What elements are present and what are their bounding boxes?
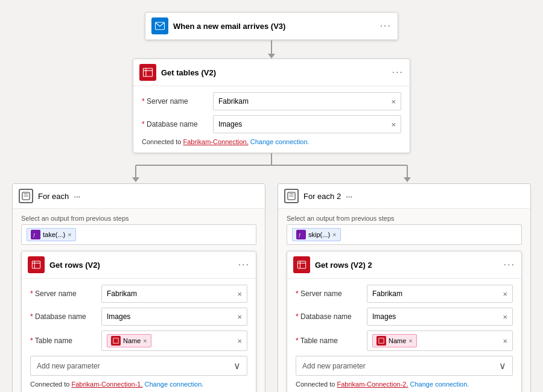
for-each-1-card: For each ··· Select an output from previ… (12, 183, 265, 392)
gr2-table-input[interactable]: Name × × (367, 330, 513, 351)
trigger-header: When a new email arrives (V3) ··· (145, 13, 398, 40)
svg-rect-24 (297, 261, 305, 268)
for-each-2-body: Select an output from previous steps ƒ s… (278, 209, 530, 392)
for-each-1-more-btn[interactable]: ··· (74, 192, 80, 201)
split-container: For each ··· Select an output from previ… (12, 183, 531, 392)
gr1-db-input[interactable]: Images × (101, 308, 247, 326)
split-connector (0, 153, 543, 183)
gr2-chevron-icon: ∨ (499, 360, 506, 371)
trigger-more-btn[interactable]: ··· (380, 21, 392, 31)
get-rows-2-body: Server name Fabrikam × Database name Ima… (287, 279, 521, 392)
get-rows-2-card: Get rows (V2) 2 ··· Server name Fabrikam… (287, 251, 522, 392)
server-name-row: Server name Fabrikam × (142, 92, 401, 110)
for-each-1-output-tag: ƒ take(...) × (27, 228, 76, 241)
trigger-card: When a new email arrives (V3) ··· (145, 12, 398, 40)
get-tables-body: Server name Fabrikam × Database name Ima… (133, 86, 410, 153)
connector-arrow-1 (268, 54, 275, 58)
gr1-table-tag-remove[interactable]: × (143, 337, 147, 344)
gr2-db-clear[interactable]: × (503, 312, 507, 321)
get-tables-title: Get tables (V2) (161, 68, 387, 77)
gr2-server-label: Server name (296, 289, 362, 298)
for-each-1-output-select[interactable]: ƒ take(...) × (21, 224, 256, 245)
gr1-table-tag: Name × (107, 334, 151, 347)
gr1-server-label: Server name (30, 289, 97, 298)
for-each-2-more-btn[interactable]: ··· (346, 192, 352, 201)
gr1-table-input[interactable]: Name × × (101, 330, 247, 351)
gr1-connection: Connected to Fabrikam-Connection-1. Chan… (30, 381, 247, 388)
get-tables-more-btn[interactable]: ··· (392, 67, 404, 78)
for-each-1-tag-icon: ƒ (31, 230, 40, 239)
svg-marker-9 (404, 177, 411, 182)
gr1-table-label: Table name (30, 337, 97, 345)
flow-canvas: When a new email arrives (V3) ··· Get ta… (12, 12, 531, 392)
gr1-table-clear[interactable]: × (237, 337, 242, 346)
for-each-2-output-select[interactable]: ƒ skip(...) × (287, 224, 522, 245)
for-each-1-body: Select an output from previous steps ƒ t… (13, 209, 265, 392)
for-each-2-icon (284, 189, 299, 203)
get-rows-1-header: Get rows (V2) ··· (22, 251, 256, 279)
svg-rect-27 (379, 338, 384, 343)
gr1-change-connection[interactable]: Change connection. (145, 381, 204, 388)
get-rows-1-more-btn[interactable]: ··· (238, 259, 250, 270)
for-each-2-output-tag: ƒ skip(...) × (292, 228, 341, 241)
get-rows-2-icon (293, 256, 310, 273)
gr1-chevron-icon: ∨ (233, 360, 241, 371)
for-each-2-title: For each 2 (303, 192, 341, 201)
get-rows-2-header: Get rows (V2) 2 ··· (287, 251, 521, 279)
get-rows-1-body: Server name Fabrikam × Database name Ima… (22, 279, 256, 392)
gr2-connection: Connected to Fabrikam-Connection-2. Chan… (296, 381, 513, 388)
svg-text:ƒ: ƒ (299, 232, 301, 238)
svg-text:ƒ: ƒ (33, 232, 36, 238)
svg-rect-14 (32, 261, 40, 268)
gr2-db-label: Database name (296, 312, 362, 321)
gr1-add-param[interactable]: Add new parameter ∨ (30, 356, 247, 376)
get-rows-1-icon (28, 256, 45, 273)
get-tables-header: Get tables (V2) ··· (133, 59, 410, 86)
db-name-clear[interactable]: × (391, 120, 396, 129)
trigger-icon (151, 17, 168, 34)
svg-rect-17 (113, 338, 118, 343)
for-each-1-tag-remove[interactable]: × (68, 231, 71, 238)
db-name-label: Database name (142, 120, 208, 128)
gr2-server-clear[interactable]: × (503, 289, 507, 299)
server-name-input[interactable]: Fabrikam × (213, 92, 401, 110)
trigger-title: When a new email arrives (V3) (173, 22, 375, 31)
gr2-add-param[interactable]: Add new parameter ∨ (296, 356, 513, 376)
db-name-input[interactable]: Images × (213, 115, 401, 133)
connector-line-1 (271, 40, 272, 54)
get-tables-card: Get tables (V2) ··· Server name Fabrikam… (133, 58, 410, 153)
get-rows-2-more-btn[interactable]: ··· (504, 259, 515, 270)
for-each-2-tag-icon: ƒ (296, 230, 306, 239)
gr2-db-input[interactable]: Images × (367, 308, 513, 326)
gr2-server-input[interactable]: Fabrikam × (367, 285, 513, 303)
server-name-clear[interactable]: × (391, 97, 396, 106)
svg-marker-8 (132, 177, 139, 182)
gr2-table-tag: Name × (372, 334, 417, 347)
gr1-db-clear[interactable]: × (237, 312, 242, 321)
server-name-label: Server name (142, 97, 208, 106)
for-each-1-icon (19, 189, 33, 203)
get-rows-1-title: Get rows (V2) (49, 261, 233, 270)
get-rows-2-title: Get rows (V2) 2 (315, 261, 499, 270)
for-each-2-tag-remove[interactable]: × (332, 231, 336, 238)
get-rows-1-card: Get rows (V2) ··· Server name Fabrikam × (21, 251, 256, 392)
db-name-row: Database name Images × (142, 115, 401, 133)
get-tables-connection: Connected to Fabrikam-Connection. Change… (142, 138, 401, 145)
for-each-2-header: For each 2 ··· (278, 184, 530, 209)
gr2-table-tag-icon (376, 336, 386, 346)
gr1-table-tag-icon (111, 336, 121, 346)
gr2-table-tag-remove[interactable]: × (408, 337, 412, 344)
gr1-server-input[interactable]: Fabrikam × (101, 285, 247, 303)
gr1-server-clear[interactable]: × (237, 289, 242, 299)
connector-1 (268, 40, 275, 58)
get-tables-change-connection[interactable]: Change connection. (250, 138, 310, 145)
gr2-table-clear[interactable]: × (503, 337, 507, 346)
gr2-table-label: Table name (296, 337, 362, 345)
for-each-1-output-label: Select an output from previous steps (21, 215, 256, 222)
get-tables-icon (139, 64, 156, 81)
for-each-2-card: For each 2 ··· Select an output from pre… (278, 183, 531, 392)
for-each-1-header: For each ··· (13, 184, 265, 209)
for-each-2-output-label: Select an output from previous steps (287, 215, 522, 222)
gr2-change-connection[interactable]: Change connection. (410, 381, 469, 388)
gr1-db-label: Database name (30, 312, 97, 321)
